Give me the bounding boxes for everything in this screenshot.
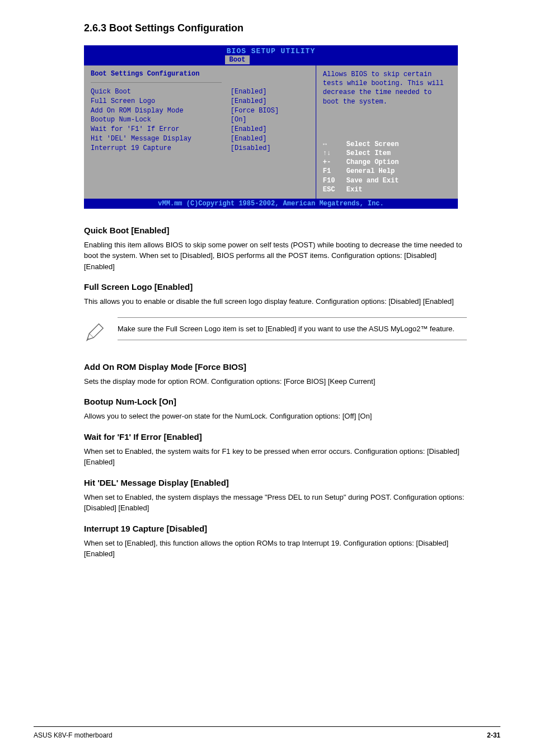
bios-key-label: Select Screen [346,140,399,149]
bios-key-label: Exit [346,185,363,194]
doc-text: Sets the display mode for option ROM. Co… [84,376,467,387]
arrows-vertical-icon: ↑↓ [323,149,346,158]
bios-setting-value: [Enabled] [231,125,309,134]
bios-key-label: General Help [346,167,395,176]
bios-setting-value: [Enabled] [231,134,309,144]
doc-heading: Full Screen Logo [Enabled] [84,282,467,292]
section-heading: 2.6.3 Boot Settings Configuration [34,22,500,34]
bios-key-row: F10 Save and Exit [323,176,451,185]
doc-section: Add On ROM Display Mode [Force BIOS] Set… [84,362,467,560]
bios-setting-value: [Enabled] [231,97,309,106]
bios-setting-row: Full Screen Logo [Enabled] [91,97,309,106]
bios-setting-label: Quick Boot [91,87,231,97]
bios-setting-label: Bootup Num-Lock [91,115,231,125]
bios-key-row: F1 General Help [323,167,451,176]
bios-setting-label: Full Screen Logo [91,97,231,106]
bios-key-row: ↔ Select Screen [323,140,451,149]
bios-key-row: ↑↓ Select Item [323,149,451,158]
doc-heading: Add On ROM Display Mode [Force BIOS] [84,362,467,372]
bios-header: BIOS SETUP UTILITY Boot [84,45,458,65]
bios-setting-value: [Force BIOS] [231,106,309,116]
doc-text: When set to Enabled, the system waits fo… [84,446,467,468]
bios-setting-label: Interrupt 19 Capture [91,144,231,153]
bios-setting-row: Wait for 'F1' If Error [Enabled] [91,125,309,134]
bios-tab-boot: Boot [225,55,250,64]
doc-heading: Interrupt 19 Capture [Disabled] [84,524,467,533]
bios-setting-label: Wait for 'F1' If Error [91,125,231,134]
bios-setting-row: Add On ROM Display Mode [Force BIOS] [91,106,309,116]
doc-section: Quick Boot [Enabled] Enabling this item … [84,226,467,307]
doc-heading: Wait for 'F1' If Error [Enabled] [84,432,467,442]
bios-setting-label: Add On ROM Display Mode [91,106,231,116]
bios-setting-row: Interrupt 19 Capture [Disabled] [91,144,309,153]
pencil-note-icon [84,317,118,345]
bios-title: BIOS SETUP UTILITY [84,47,458,55]
bios-key-row: ESC Exit [323,185,451,194]
bios-key-label: Save and Exit [346,176,399,185]
bios-setting-value: [Enabled] [231,87,309,97]
doc-heading: Bootup Num-Lock [On] [84,397,467,406]
bios-setting-row: Quick Boot [Enabled] [91,87,309,97]
bios-divider [91,82,222,83]
note-text: Make sure the Full Screen Logo item is s… [118,317,467,341]
bios-setting-row: Bootup Num-Lock [On] [91,115,309,125]
arrows-horizontal-icon: ↔ [323,140,346,149]
bios-help-text: Allows BIOS to skip certain tests while … [323,70,451,106]
esc-key-icon: ESC [323,185,346,194]
f1-key-icon: F1 [323,167,346,176]
bios-setting-value: [Disabled] [231,144,309,153]
bios-screenshot: BIOS SETUP UTILITY Boot Boot Settings Co… [84,45,458,209]
doc-heading: Hit 'DEL' Message Display [Enabled] [84,478,467,487]
bios-key-label: Change Option [346,158,399,167]
doc-text: Enabling this item allows BIOS to skip s… [84,240,467,273]
doc-text: When set to [Enabled], this function all… [84,538,467,560]
note-block: Make sure the Full Screen Logo item is s… [84,317,467,345]
f10-key-icon: F10 [323,176,346,185]
bios-footer: vMM.mm (C)Copyright 1985-2002, American … [84,199,458,209]
doc-text: Allows you to select the power-on state … [84,411,467,422]
bios-right-panel: Allows BIOS to skip certain tests while … [316,65,458,199]
doc-heading: Quick Boot [Enabled] [84,226,467,235]
footer-page-number: 2-31 [487,731,500,739]
bios-key-legend: ↔ Select Screen ↑↓ Select Item +- Change… [323,140,451,194]
bios-setting-row: Hit 'DEL' Message Display [Enabled] [91,134,309,144]
bios-left-panel: Boot Settings Configuration Quick Boot [… [84,65,316,199]
doc-text: When set to Enabled, the system displays… [84,492,467,514]
bios-setting-label: Hit 'DEL' Message Display [91,134,231,144]
bios-key-label: Select Item [346,149,391,158]
bios-setting-value: [On] [231,115,309,125]
page-footer: ASUS K8V-F motherboard 2-31 [34,726,500,739]
plus-minus-icon: +- [323,158,346,167]
footer-product-name: ASUS K8V-F motherboard [34,731,113,739]
bios-key-row: +- Change Option [323,158,451,167]
doc-text: This allows you to enable or disable the… [84,296,467,307]
bios-body: Boot Settings Configuration Quick Boot [… [84,65,458,199]
bios-section-title: Boot Settings Configuration [91,70,309,78]
